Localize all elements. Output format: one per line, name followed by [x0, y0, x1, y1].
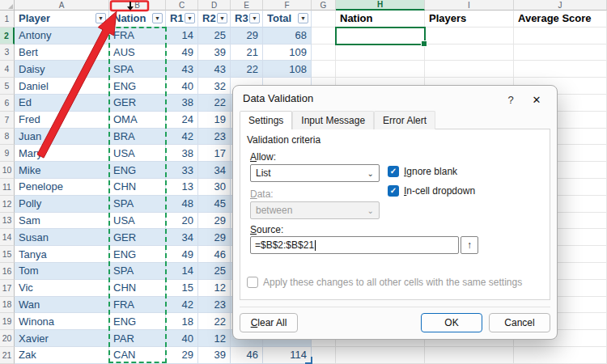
cell-C19[interactable]: 18	[166, 313, 198, 330]
cell-J21[interactable]	[514, 347, 607, 364]
cell-I4[interactable]	[425, 61, 514, 78]
cell-B8[interactable]: BRA	[109, 129, 166, 146]
row-header-12[interactable]: 12	[0, 196, 15, 213]
row-header-21[interactable]: 21	[0, 347, 15, 364]
cell-C15[interactable]: 49	[166, 246, 198, 263]
column-header-G[interactable]: G	[312, 0, 336, 11]
cell-E2[interactable]: 29	[231, 28, 263, 44]
cell-A6[interactable]: Ed	[15, 95, 109, 112]
cell-C13[interactable]: 20	[166, 213, 198, 230]
allow-dropdown[interactable]: List ⌄	[250, 164, 380, 182]
cell-A20[interactable]: Xavier	[15, 330, 109, 347]
cell-D8[interactable]: 23	[198, 129, 231, 146]
cell-I21[interactable]	[425, 347, 514, 364]
filter-button[interactable]: ▼	[185, 13, 195, 23]
cell-C11[interactable]: 13	[166, 179, 198, 196]
close-icon[interactable]: ✕	[526, 91, 547, 108]
cell-J4[interactable]	[514, 61, 607, 78]
cell-G2[interactable]	[312, 28, 336, 44]
cell-B11[interactable]: CHN	[109, 179, 166, 196]
column-header-B[interactable]: B	[109, 0, 166, 11]
cell-A2[interactable]: Antony	[15, 28, 109, 44]
cell-C5[interactable]: 40	[166, 78, 198, 95]
range-picker-button[interactable]: ↑	[461, 236, 478, 254]
row-header-1[interactable]: 1	[0, 11, 15, 28]
cell-B19[interactable]: ENG	[109, 313, 166, 330]
ok-button[interactable]: OK	[421, 313, 482, 332]
row-header-3[interactable]: 3	[0, 44, 15, 61]
apply-to-all-checkbox[interactable]: Apply these changes to all other cells w…	[247, 277, 522, 288]
cell-A16[interactable]: Tom	[15, 263, 109, 280]
cell-D5[interactable]: 32	[198, 78, 231, 95]
row-header-11[interactable]: 11	[0, 179, 15, 196]
cell-D21[interactable]: 39	[198, 347, 231, 364]
column-header-A[interactable]: A	[15, 0, 109, 11]
cell-A7[interactable]: Fred	[15, 112, 109, 129]
row-header-18[interactable]: 18	[0, 297, 15, 314]
cell-D11[interactable]: 30	[198, 179, 231, 196]
cell-A11[interactable]: Penelope	[15, 179, 109, 196]
cell-B6[interactable]: GER	[109, 95, 166, 112]
source-input[interactable]: =$B$2:$B$21	[250, 236, 459, 254]
cell-C2[interactable]: 14	[166, 28, 198, 44]
cell-D10[interactable]: 34	[198, 162, 231, 179]
cell-C8[interactable]: 42	[166, 129, 198, 146]
cell-B18[interactable]: FRA	[109, 297, 166, 314]
cell-E3[interactable]: 21	[231, 44, 263, 61]
cell-B12[interactable]: SPA	[109, 196, 166, 213]
cell-B2[interactable]: FRA	[109, 28, 166, 44]
cell-D12[interactable]: 45	[198, 196, 231, 213]
column-header-F[interactable]: F	[263, 0, 312, 11]
cell-D20[interactable]: 12	[198, 330, 231, 347]
cell-B7[interactable]: OMA	[109, 112, 166, 129]
cell-G4[interactable]	[312, 61, 336, 78]
select-all-corner[interactable]	[0, 0, 15, 11]
cell-F2[interactable]: 68	[263, 28, 312, 44]
row-header-17[interactable]: 17	[0, 280, 15, 297]
cell-A13[interactable]: Sam	[15, 213, 109, 230]
column-header-I[interactable]: I	[425, 0, 514, 11]
column-header-D[interactable]: D	[198, 0, 231, 11]
cell-B3[interactable]: AUS	[109, 44, 166, 61]
column-header-H[interactable]: H	[336, 0, 425, 11]
cell-E4[interactable]: 22	[231, 61, 263, 78]
cell-A17[interactable]: Vic	[15, 280, 109, 297]
cell-I3[interactable]	[425, 44, 514, 61]
cell-A3[interactable]: Bert	[15, 44, 109, 61]
cell-D15[interactable]: 46	[198, 246, 231, 263]
cell-C17[interactable]: 15	[166, 280, 198, 297]
row-header-6[interactable]: 6	[0, 95, 15, 112]
cell-A5[interactable]: Daniel	[15, 78, 109, 95]
filter-button[interactable]: ▼	[298, 13, 308, 23]
cell-H1[interactable]: Nation	[336, 11, 425, 28]
cell-D6[interactable]: 22	[198, 95, 231, 112]
row-header-15[interactable]: 15	[0, 246, 15, 263]
cell-C9[interactable]: 38	[166, 145, 198, 162]
cell-A15[interactable]: Tanya	[15, 246, 109, 263]
cell-B5[interactable]: ENG	[109, 78, 166, 95]
cell-C4[interactable]: 43	[166, 61, 198, 78]
cancel-button[interactable]: Cancel	[489, 313, 550, 332]
cell-G21[interactable]	[312, 347, 336, 364]
cell-C14[interactable]: 34	[166, 229, 198, 246]
cell-H21[interactable]	[336, 347, 425, 364]
header-cell-E1[interactable]: R3▼	[231, 11, 263, 28]
header-cell-F1[interactable]: Total▼	[263, 11, 312, 28]
cell-D13[interactable]: 29	[198, 213, 231, 230]
ignore-blank-checkbox[interactable]: ✓ Ignore blank	[388, 166, 457, 177]
column-header-J[interactable]: J	[514, 0, 607, 11]
filter-button[interactable]: ▼	[152, 13, 163, 23]
cell-B17[interactable]: CHN	[109, 280, 166, 297]
cell-D9[interactable]: 17	[198, 145, 231, 162]
cell-B14[interactable]: GER	[109, 229, 166, 246]
tab-error-alert[interactable]: Error Alert	[374, 111, 435, 129]
cell-B4[interactable]: SPA	[109, 61, 166, 78]
cell-A9[interactable]: Mary	[15, 145, 109, 162]
cell-B21[interactable]: CAN	[109, 347, 166, 364]
cell-D3[interactable]: 39	[198, 44, 231, 61]
cell-B9[interactable]: USA	[109, 145, 166, 162]
cell-C7[interactable]: 24	[166, 112, 198, 129]
cell-B15[interactable]: ENG	[109, 246, 166, 263]
fill-handle[interactable]	[421, 40, 427, 47]
cell-C20[interactable]: 40	[166, 330, 198, 347]
